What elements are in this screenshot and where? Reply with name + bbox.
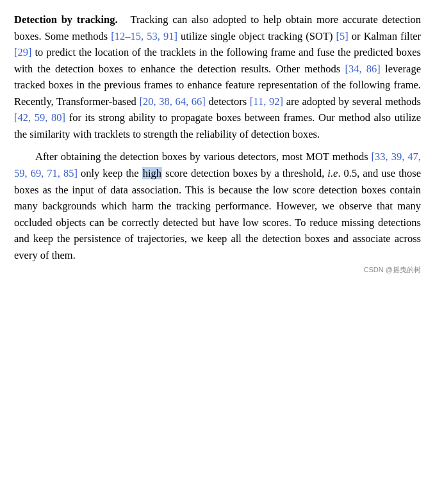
- section-heading: Detection by tracking.: [14, 13, 118, 26]
- highlight-high: high: [142, 167, 162, 179]
- ie-text: i.e: [327, 167, 338, 179]
- main-content: Detection by tracking. Tracking can also…: [14, 12, 421, 275]
- paragraph-2: After obtaining the detection boxes by v…: [14, 149, 421, 263]
- cite-20-38-64-66[interactable]: [20, 38, 64, 66]: [139, 95, 205, 108]
- cite-12-15[interactable]: [12–15,: [111, 30, 144, 42]
- paragraph-1: Detection by tracking. Tracking can also…: [14, 12, 421, 143]
- cite-29[interactable]: [29]: [14, 46, 32, 58]
- cite-42-59-80[interactable]: [42, 59, 80]: [14, 111, 65, 124]
- watermark: CSDN @摇曳的树: [14, 264, 421, 275]
- cite-53[interactable]: 53,: [147, 30, 160, 42]
- cite-33-39-47-59-69-71-85[interactable]: [33, 39, 47, 59, 69, 71, 85]: [14, 150, 421, 179]
- cite-34-86[interactable]: [34, 86]: [345, 63, 380, 75]
- cite-5[interactable]: [5]: [336, 30, 349, 42]
- cite-11-92[interactable]: [11, 92]: [250, 95, 283, 108]
- cite-91[interactable]: 91]: [163, 30, 177, 42]
